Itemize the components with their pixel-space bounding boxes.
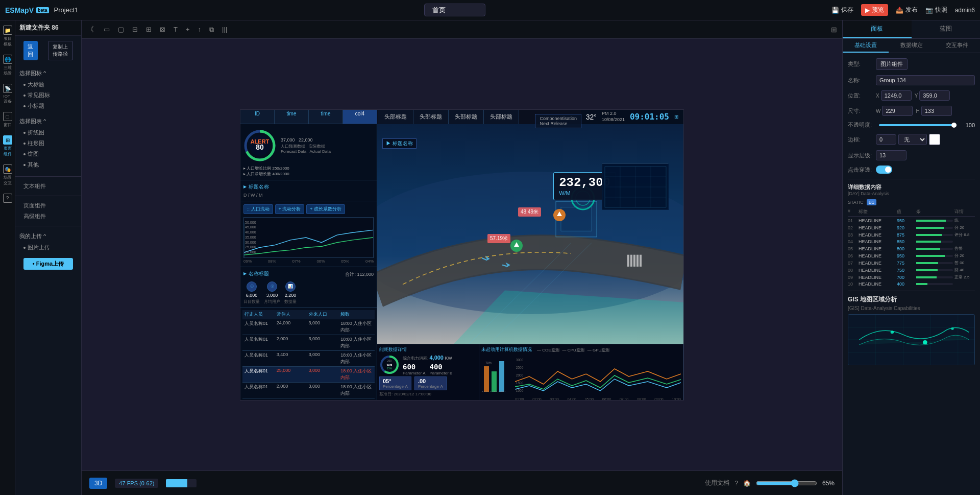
toolbar-align-right-btn[interactable]: ⊠ [157,24,168,35]
camera-icon: 📷 [925,7,933,14]
stat-forecast: 📊 2,200 数据量 [284,281,297,304]
preview-button[interactable]: ▶ 预览 [861,4,888,16]
panel-item-img-upload[interactable]: 图片上传 [15,242,81,253]
flow-analysis-btn[interactable]: + 流动分析 [275,204,305,214]
upload-section-header[interactable]: 我的上传 ^ [15,230,81,242]
data-row-1: 01 HEADLINE 950 统 [848,218,975,223]
sidebar-item-3d[interactable]: 🌐 三维场景 [3,55,12,76]
panel-item-big-title[interactable]: 大标题 [15,79,81,90]
panel-item-advanced[interactable]: 高级组件 [15,211,81,222]
display-value-input[interactable] [876,150,906,160]
tab-blueprint[interactable]: 蓝图 [912,20,981,38]
panel-item-bar[interactable]: 柱形图 [15,138,81,149]
status-row: STATIC B1 [848,199,975,205]
help-icon: ? [3,194,12,203]
toolbar-copy-btn[interactable]: ⧉ [207,24,216,35]
table-row-4-active: 人员名称01 25,000 3,000 18:00 入住小区内部 [242,367,375,383]
panel-item-text[interactable]: 文本组件 [15,181,81,192]
canvas-bottom-strip: 能耗数据详情 200 W/d 15% [377,344,683,400]
icon-section-header[interactable]: 选择图标 ^ [15,67,81,79]
data-rows-header: # 标签 值 条 详情 [848,208,975,217]
panel-item-small-title[interactable]: 小标题 [15,101,81,111]
publish-button[interactable]: 📤 发布 [896,6,918,14]
h-input[interactable] [921,106,952,116]
nav-tab-3[interactable]: 头部标题 [449,110,484,124]
gauge-section: ALERT 80 37,000 22,000 人口预测数据 实际数据 Forec… [240,124,377,180]
toolbar-plus-btn[interactable]: + [183,24,192,35]
collapse-icon[interactable]: 《 [87,25,94,34]
panel-item-line[interactable]: 折线图 [15,127,81,138]
name-input[interactable] [876,75,975,85]
page-icon: ⊞ [3,135,12,145]
y-input[interactable] [919,90,950,101]
panel-item-other[interactable]: 其他 [15,159,81,170]
border-value-input[interactable] [876,134,896,145]
table-row-1: 人员名称01 24,000 3,000 18:00 入住小区内部 [242,319,375,335]
svg-text:40,000: 40,000 [245,230,256,234]
border-type-select[interactable]: 无 实线 虚线 [898,134,927,145]
quick-button[interactable]: 📷 快照 [925,6,947,14]
toolbar-rect-btn[interactable]: ▭ [101,24,112,35]
nav-tab-2[interactable]: 头部标题 [413,110,449,124]
home-icon[interactable]: 🏠 [743,480,751,487]
tag-title: 标题名称 [243,183,374,191]
type-label: 类型: [848,60,876,68]
toolbar-text-btn[interactable]: T [171,24,180,35]
sidebar-item-window[interactable]: □ 窗口 [3,112,12,128]
figma-upload-button[interactable]: • Figma上传 [23,258,73,270]
data-table-section: 行走人员 常住人 外来人口 频数 人员名称01 24,000 3,000 18:… [240,308,377,400]
sub-tab-data[interactable]: 数据绑定 [889,39,935,53]
toolbar-align-left-btn[interactable]: ⊟ [130,24,140,35]
detail-section-header: 详细数据内容 [DAY] Data-Analysis [848,183,975,196]
panel-item-pie[interactable]: 饼图 [15,149,81,159]
sub-tab-basic[interactable]: 基础设置 [843,39,889,53]
svg-text:1500: 1500 [516,381,524,384]
computer-metrics: 未起动用计算机数据情况 — COE监测 — CPU监测 — GPU监测 [479,344,683,400]
click-through-toggle[interactable] [876,166,892,174]
return-button[interactable]: 返回 [23,41,38,60]
layers-icon[interactable]: ⊞ [831,26,837,34]
toolbar-grid-btn[interactable]: ||| [219,24,230,35]
sidebar-item-iot[interactable]: 📡 IOT设备 [3,84,12,104]
bottom-right: 使用文档 ? 🏠 65% [705,479,835,487]
chart-section-header[interactable]: 选择图表 ^ [15,115,81,127]
panel-item-common-icon[interactable]: 常见图标 [15,90,81,101]
border-color-swatch[interactable] [929,134,940,145]
sidebar-item-project[interactable]: 📁 项目模板 [3,26,12,47]
toolbar-align-center-btn[interactable]: ⊞ [143,24,154,35]
toolbar-rect2-btn[interactable]: ▢ [115,24,127,35]
toolbar: 《 ▭ ▢ ⊟ ⊞ ⊠ T + ↑ ⧉ ||| ⊞ [82,20,842,39]
zoom-slider[interactable] [756,479,817,487]
panel-item-page-comp[interactable]: 页面组件 [15,200,81,211]
growth-analysis-btn[interactable]: + 成长系数分析 [306,204,345,214]
sidebar-item-help[interactable]: ? [3,194,12,203]
svg-text:25,000: 25,000 [245,245,256,249]
help-text[interactable]: 使用文档 [705,479,729,487]
svg-text:20,000: 20,000 [245,250,256,254]
tab-panel[interactable]: 面板 [843,20,912,38]
w-input[interactable] [882,106,913,116]
mini-chart: 50,000 45,000 40,000 35,000 30,000 25,00… [243,217,374,258]
population-flow-btn[interactable]: :: 人口流动 [243,204,273,214]
sidebar-item-scene[interactable]: 🎭 场景交互 [3,164,12,186]
copy-button[interactable]: 复制上传路径 [48,41,73,60]
expand-icon[interactable]: ⊞ [674,114,678,120]
opacity-slider[interactable] [879,124,957,126]
toolbar-up-btn[interactable]: ↑ [195,24,204,35]
3d-view-button[interactable]: 3D [89,478,107,489]
metrics-charts: 70% COE CPU GPU [481,356,681,400]
nav-tab-1[interactable]: 头部标题 [378,110,413,124]
page-dropdown[interactable]: 首页 [424,4,485,16]
x-input[interactable] [881,90,912,101]
sidebar-item-page[interactable]: ⊞ 页面组件 [3,135,12,157]
opacity-row: 不透明度: 100 [848,121,975,129]
sub-tab-interact[interactable]: 交互事件 [934,39,980,53]
help-icon[interactable]: ? [734,480,738,487]
svg-text:80: 80 [256,143,264,151]
save-button[interactable]: 💾 保存 [831,6,853,14]
weather-info: PM 2.0 10/08/2021 [602,111,625,123]
status-badge: B1 [867,199,876,205]
nav-tab-4[interactable]: 头部标题 [484,110,519,124]
slider-fill [879,124,957,126]
prop-size-row: 尺寸: W H [848,106,975,116]
